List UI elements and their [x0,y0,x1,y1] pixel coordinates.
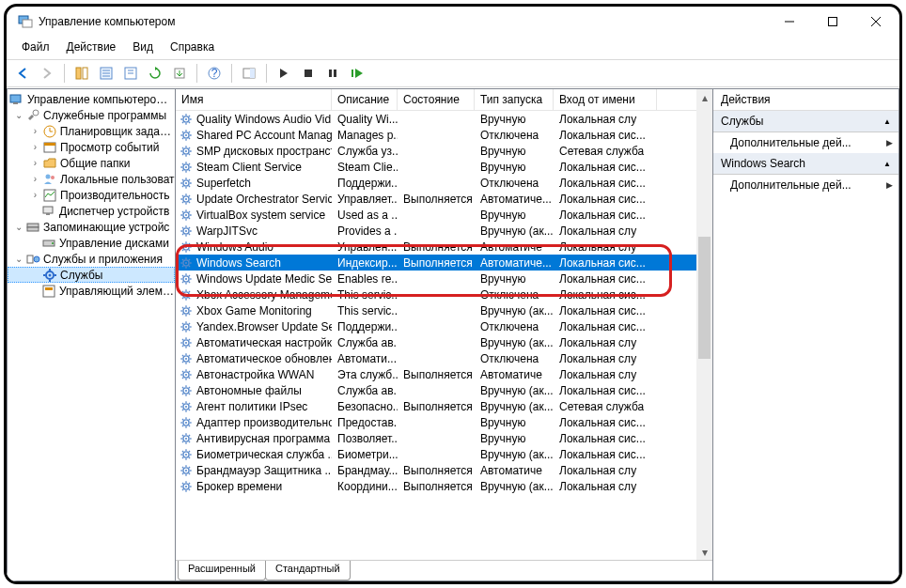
expand-icon[interactable]: › [30,190,40,200]
service-row[interactable]: SuperfetchПоддержи...ОтключенаЛокальная … [176,175,696,191]
svg-point-252 [185,437,187,439]
svg-point-92 [185,181,187,183]
svg-line-217 [182,370,183,371]
service-row[interactable]: Update Orchestrator ServiceУправляет...В… [176,191,696,207]
menu-file[interactable]: Файл [14,39,57,55]
menu-view[interactable]: Вид [125,39,161,55]
service-row[interactable]: Автономные файлыСлужба ав...Вручную (ак.… [176,382,696,398]
service-row[interactable]: Автоматическая настройк...Служба ав...Вр… [176,334,696,350]
tree-wmi[interactable]: Управляющий элемен [8,283,175,299]
restart-button[interactable] [347,63,367,84]
export-list-button[interactable] [120,63,141,84]
expand-icon[interactable]: › [30,126,40,136]
service-row[interactable]: Автонастройка WWANЭта служб...Выполняетс… [176,366,696,382]
service-row[interactable]: Брандмауэр Защитника ...Брандмау...Выпол… [176,462,696,478]
service-row[interactable]: Адаптер производительно...Предостав...Вр… [176,414,696,430]
svg-line-200 [189,338,190,339]
column-status[interactable]: Состояние [398,89,475,110]
tree-localusers[interactable]: › Локальные пользоват [8,171,175,187]
service-row[interactable]: Агент политики IPsecБезопасно...Выполняе… [176,398,696,414]
export-button[interactable] [169,63,190,84]
tree-eventviewer[interactable]: › Просмотр событий [8,139,175,155]
svg-line-108 [189,201,190,202]
expand-icon[interactable]: › [30,174,40,184]
tree-sharedfolders[interactable]: › Общие папки [8,155,175,171]
service-row[interactable]: Steam Client ServiceSteam Clie...Вручную… [176,159,696,175]
service-row[interactable]: VirtualBox system serviceUsed as a ...Вр… [176,207,696,223]
tree-diskmgr[interactable]: Управление дисками [8,235,175,251]
expand-icon[interactable]: ⌄ [13,222,23,232]
actions-section-services[interactable]: Службы ▲ [713,111,898,132]
svg-point-82 [185,165,187,167]
service-row[interactable]: SMP дисковых пространст...Служба уз...Вр… [176,143,696,159]
service-description: Индексир... [332,256,398,270]
properties-button[interactable] [96,63,117,84]
tab-standard[interactable]: Стандартный [265,561,351,580]
tree-servicesapps[interactable]: ⌄ Службы и приложения [8,251,175,267]
computer-icon [9,92,24,107]
tree-utilities[interactable]: ⌄ Служебные программы [8,107,175,123]
service-row[interactable]: Windows SearchИндексир...ВыполняетсяАвто… [176,255,696,271]
scroll-track[interactable] [696,105,712,544]
gear-icon [180,193,193,206]
tree-performance[interactable]: › Производительность [8,187,175,203]
menu-help[interactable]: Справка [163,39,222,55]
maximize-button[interactable] [811,8,854,36]
pause-button[interactable] [322,63,343,84]
gear-icon [180,224,193,238]
stop-button[interactable] [298,63,319,84]
svg-line-57 [182,115,183,116]
svg-line-250 [189,418,190,419]
scroll-up-button[interactable]: ▴ [696,89,712,105]
close-button[interactable] [854,8,898,36]
svg-line-179 [182,313,183,314]
service-row[interactable]: WarpJITSvcProvides a ...Вручную (ак...Ло… [176,223,696,239]
svg-rect-35 [43,207,53,213]
play-button[interactable] [273,63,294,84]
gear-icon [42,268,57,283]
column-name[interactable]: Имя [176,89,332,110]
expand-icon[interactable]: ⌄ [13,254,23,264]
forward-button[interactable] [37,63,57,84]
service-name: Yandex.Browser Update Ser... [196,320,332,333]
svg-point-26 [33,110,39,116]
expand-icon[interactable]: › [30,142,40,152]
svg-line-129 [182,233,183,234]
service-row[interactable]: Windows AudioУправлен...ВыполняетсяАвтом… [176,239,696,255]
help-button[interactable]: ? [204,63,225,84]
expand-icon[interactable]: ⌄ [13,110,23,120]
actions-more-2[interactable]: Дополнительные дей... ▶ [713,175,898,195]
refresh-button[interactable] [145,63,165,84]
back-button[interactable] [12,63,33,84]
service-row[interactable]: Shared PC Account ManagerManages p...Отк… [176,127,696,143]
tree-root[interactable]: Управление компьютером (л [8,91,175,107]
expand-icon[interactable]: › [30,158,40,168]
service-name: Биометрическая служба ... [196,448,332,461]
column-description[interactable]: Описание [332,89,398,110]
actions-more-1[interactable]: Дополнительные дей... ▶ [713,132,898,153]
tree-scheduler[interactable]: › Планировщик заданий [8,123,175,139]
minimize-button[interactable] [768,8,811,36]
scroll-down-button[interactable]: ▾ [696,544,712,560]
scroll-thumb[interactable] [698,237,711,359]
tree-devmgr[interactable]: Диспетчер устройств [8,203,175,219]
tree-storage[interactable]: ⌄ Запоминающие устройс [8,219,175,235]
vertical-scrollbar[interactable]: ▴ ▾ [696,89,712,560]
menu-action[interactable]: Действие [59,39,124,55]
show-hide-tree-button[interactable] [71,63,92,84]
tab-extended[interactable]: Расширенный [178,561,266,580]
service-row[interactable]: Брокер времениКоордини...ВыполняетсяВруч… [176,478,696,494]
service-row[interactable]: Биометрическая служба ...Биометри...Вруч… [176,446,696,462]
tree-services[interactable]: Службы [8,267,175,283]
service-row[interactable]: Windows Update Medic Ser...Enables re...… [176,271,696,286]
service-row[interactable]: Автоматическое обновлен...Автомати...Отк… [176,350,696,366]
service-row[interactable]: Xbox Accessory Manageme...This servic...… [176,286,696,302]
service-row[interactable]: Антивирусная программа ...Позволяет...Вр… [176,430,696,446]
service-row[interactable]: Yandex.Browser Update Ser...Поддержи...О… [176,318,696,334]
column-logon[interactable]: Вход от имени [554,89,657,110]
show-hide-action-button[interactable] [239,63,259,84]
service-row[interactable]: Quality Windows Audio Vid...Quality Wi..… [176,111,696,127]
column-startup[interactable]: Тип запуска [475,89,554,110]
actions-section-windows-search[interactable]: Windows Search ▲ [713,153,898,175]
service-row[interactable]: Xbox Game MonitoringThis servic...Вручну… [176,302,696,318]
